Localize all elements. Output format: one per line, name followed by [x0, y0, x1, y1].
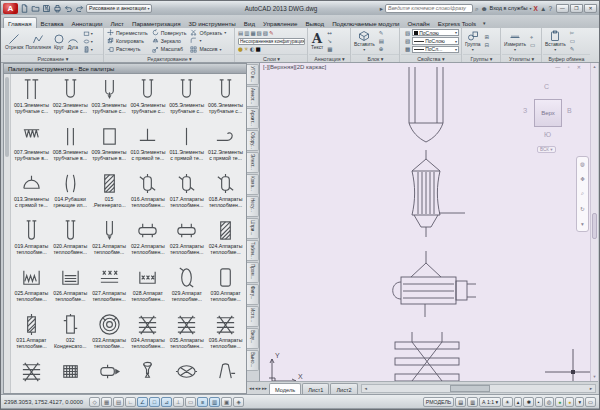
ribbon-tab-Лист[interactable]: Лист: [107, 18, 128, 28]
palette-item-001[interactable]: 001.Элементытрубчатые с...: [12, 76, 51, 123]
annotation-scale-button[interactable]: А 1:1 ▾: [479, 397, 501, 407]
pmodel-button[interactable]: РМОДЕЛЬ: [423, 397, 454, 407]
viewcube-east[interactable]: В: [567, 107, 572, 114]
clipboard-mini-icon-0[interactable]: ✂: [570, 30, 575, 37]
layer-tool-icon-4[interactable]: ▨: [263, 30, 268, 37]
palette-tab-Пром[interactable]: Пром...: [247, 262, 259, 283]
drawing-canvas[interactable]: [-][Верхняя][2D каркас] — ▫ ✕ С З Верх В…: [260, 63, 598, 381]
panel-draw-footer[interactable]: Рисование ▾: [3, 54, 103, 62]
palette-item-017[interactable]: 017.Аппаратытеплообмен...: [167, 170, 206, 217]
steering-wheel-icon[interactable]: ◍: [580, 161, 585, 167]
ribbon-tab-Управление[interactable]: Управление: [259, 18, 301, 28]
help-search-input[interactable]: [385, 4, 473, 13]
palette-item-012[interactable]: 012.Элементыс прямой те...: [206, 123, 245, 170]
zoom-icon[interactable]: ⌕: [581, 190, 584, 197]
palette-item-034[interactable]: 034.Аппаратытеплообмен...: [128, 311, 167, 358]
palette-item-033[interactable]: 033.Аппаратытеплообме...: [90, 311, 129, 358]
scroll-right-icon[interactable]: ►: [587, 385, 595, 392]
scroll-left-icon[interactable]: ◄: [362, 385, 370, 392]
palette-item-extra-4[interactable]: [128, 358, 167, 393]
binoculars-icon[interactable]: ⌕: [475, 4, 479, 13]
palette-item-014[interactable]: 014.Рубашкигреющие ил...: [51, 170, 90, 217]
ribbon-tab-Вид[interactable]: Вид: [240, 18, 259, 28]
Масштаб-button[interactable]: Масштаб: [152, 45, 187, 53]
palette-item-005[interactable]: 005.Элементытрубчатые с...: [167, 76, 206, 123]
close-button[interactable]: ✕: [584, 4, 597, 13]
panel-groups-footer[interactable]: Группы ▾: [463, 54, 500, 62]
toggle-grid-display[interactable]: ▤: [113, 397, 124, 407]
undo-icon[interactable]: [64, 4, 73, 13]
vertical-scroll-thumb[interactable]: [592, 213, 597, 239]
palette-tab-Штри[interactable]: Штри...: [247, 218, 259, 239]
palette-tab-Кома[interactable]: Кома...: [247, 174, 259, 195]
utils-mini-icon-0[interactable]: ⌖: [530, 34, 535, 41]
text-button[interactable]: А Текст: [311, 32, 323, 50]
layout-nav-arrows[interactable]: ◂◂◂ ▸▸▸: [247, 385, 269, 391]
horizontal-scroll-thumb[interactable]: [450, 385, 490, 392]
palette-item-006[interactable]: 006.Элементытрубчатые с...: [206, 76, 245, 123]
open-file-icon[interactable]: [31, 4, 40, 13]
paste-button[interactable]: Вставить▾: [545, 30, 566, 52]
scroll-up-icon[interactable]: ▲: [591, 63, 598, 71]
redo-icon[interactable]: [75, 4, 84, 13]
palette-item-002[interactable]: 002.Элементытрубчатые с...: [51, 76, 90, 123]
дуга-button[interactable]: Дуга: [67, 33, 79, 50]
draw-mini-rect-small-button[interactable]: ▾: [83, 30, 93, 37]
Повернуть-button[interactable]: Повернуть: [152, 28, 187, 36]
help-icon[interactable]: ?: [548, 4, 552, 13]
palette-item-036[interactable]: 036.Аппаратытеплообме...: [206, 311, 245, 358]
layer-tool-icon-0[interactable]: ▤: [238, 30, 243, 37]
object-color-dropdown[interactable]: ПоСлою▾: [412, 29, 459, 37]
layout-tab-Лист1[interactable]: Лист1: [302, 383, 329, 394]
toolbar-lock-button[interactable]: ▪: [535, 397, 543, 407]
block-mini-icon-2[interactable]: ⊕: [379, 46, 384, 53]
toggle-lineweight[interactable]: ≡: [197, 397, 208, 407]
palette-item-021[interactable]: 021.Аппаратытеплообме...: [90, 217, 129, 264]
minimize-button[interactable]: —: [556, 4, 569, 13]
signin-label[interactable]: Вход в службы: [490, 5, 528, 11]
toggle-transparency[interactable]: ▥: [209, 397, 220, 407]
toggle-snap-mode[interactable]: ▦: [101, 397, 112, 407]
horizontal-scrollbar[interactable]: ◄ ►: [361, 384, 596, 393]
ribbon-tab-Главная[interactable]: Главная: [3, 17, 37, 28]
annotation-mini-icon-0[interactable]: ↔: [327, 30, 332, 37]
palette-item-027[interactable]: 027.Аппаратытеплообмен...: [90, 264, 129, 311]
palette-item-029[interactable]: 029.Аппараттеплообме...: [167, 264, 206, 311]
panel-utils-footer[interactable]: Утилиты ▾: [502, 54, 541, 62]
palette-item-extra-2[interactable]: [51, 358, 90, 393]
toggle-quick-properties[interactable]: ▣: [221, 397, 232, 407]
viewport-window-buttons[interactable]: — ▫ ✕: [555, 64, 584, 70]
layer-tool-icon-2[interactable]: ▦: [250, 30, 255, 37]
palette-item-032[interactable]: 032Конденсато...: [51, 311, 90, 358]
palette-tab-Выно[interactable]: Выно...: [247, 350, 259, 371]
properties-mini-icon-1[interactable]: ▨: [405, 38, 410, 45]
palette-item-extra-5[interactable]: [167, 358, 206, 393]
vertical-scrollbar[interactable]: ▲ ▼: [590, 63, 598, 381]
block-mini-icon-1[interactable]: ▤: [379, 38, 384, 45]
layer-state-icon-2[interactable]: ◐: [250, 46, 255, 53]
palette-item-013[interactable]: 013.Элементыс прямой те...: [12, 170, 51, 217]
cleanscreen-button[interactable]: ▭: [585, 397, 596, 407]
ribbon-tab-Вывод[interactable]: Вывод: [301, 18, 328, 28]
layer-tool-icon-5[interactable]: ✎: [269, 30, 274, 37]
save-icon[interactable]: [42, 4, 51, 13]
layout-tab-Лист2[interactable]: Лист2: [330, 383, 357, 394]
palette-tab-УГО в[interactable]: УГО в...: [247, 64, 259, 85]
layout-tab-Модель[interactable]: Модель: [269, 383, 301, 394]
layer-tool-icon-3[interactable]: ▧: [257, 30, 262, 37]
palette-tab-Табли[interactable]: Табли...: [247, 240, 259, 261]
communication-center-icon[interactable]: ▲: [540, 4, 546, 13]
navbar-more-icon[interactable]: ▾: [581, 221, 584, 227]
palette-item-030[interactable]: 030.Аппараттеплообме...: [206, 264, 245, 311]
workspace-dropdown[interactable]: Рисование и аннотации ▾: [86, 4, 152, 13]
круг-button[interactable]: Круг: [53, 33, 65, 50]
quickview-layouts-button[interactable]: ▤: [455, 397, 466, 407]
navigation-bar[interactable]: ◍ ✥ ⌕ ↻ ▾: [576, 156, 589, 232]
toggle-polar-tracking[interactable]: ∠: [137, 397, 148, 407]
clipboard-mini-icon-2[interactable]: ✎: [570, 46, 575, 53]
layer-state-icon-1[interactable]: ☀: [244, 46, 249, 53]
insert-block-button[interactable]: Вставить▾: [354, 30, 375, 52]
application-menu-button[interactable]: A: [3, 3, 18, 14]
palette-item-010[interactable]: 010.Элементыс прямой те...: [128, 123, 167, 170]
ribbon-tab-Аннотации[interactable]: Аннотации: [68, 18, 107, 28]
